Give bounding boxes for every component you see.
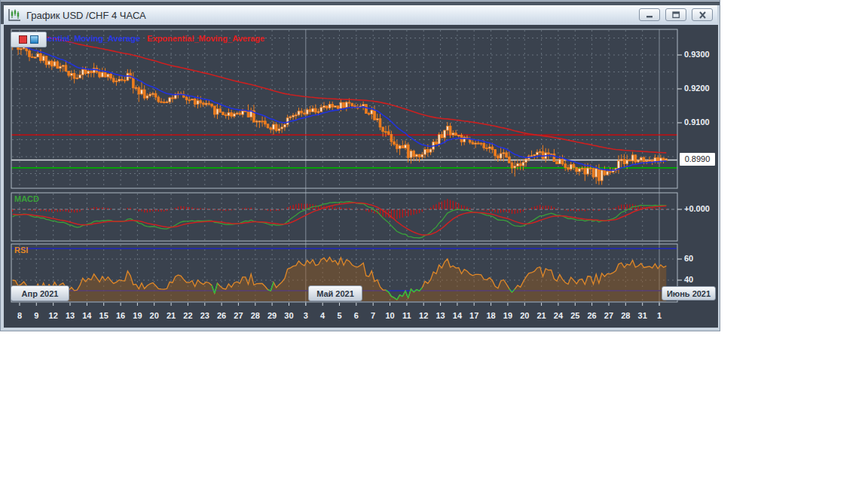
x-axis-date-label: 13 <box>63 311 78 321</box>
rsi-label: RSI <box>14 246 28 255</box>
x-axis-date-label: 16 <box>113 311 128 321</box>
x-axis-date-label: 23 <box>197 311 212 321</box>
x-axis-date-label: 20 <box>147 311 162 321</box>
x-axis-date-label: 1 <box>652 311 667 321</box>
x-axis-date-label: 26 <box>214 311 229 321</box>
legend-ema-slow: Exponential_Moving_Average <box>147 34 264 43</box>
mini-button-red[interactable] <box>19 35 27 44</box>
x-axis-date-label: 30 <box>281 311 296 321</box>
price-axis-label: 0.9300 <box>684 50 718 59</box>
x-axis-date-label: 6 <box>349 311 364 321</box>
month-label-june: Июнь 2021 <box>662 286 716 300</box>
x-axis-date-label: 12 <box>46 311 61 321</box>
price-axis-label: 0.9100 <box>684 117 718 127</box>
mini-button-blue[interactable] <box>30 35 38 44</box>
indicator-mini-buttons <box>11 32 47 47</box>
x-axis-date-label: 14 <box>79 311 94 321</box>
x-axis-date-label: 13 <box>433 311 448 321</box>
x-axis-date-label: 29 <box>264 311 280 321</box>
x-axis-date-label: 18 <box>484 311 499 321</box>
x-axis-date-label: 22 <box>180 311 195 321</box>
x-axis-date-label: 20 <box>517 311 532 321</box>
rsi-axis-label-40: 40 <box>684 275 693 285</box>
x-axis-date-label: 28 <box>618 311 633 321</box>
x-axis-date-label: 4 <box>315 311 330 321</box>
current-price-label: 0.8990 <box>680 153 715 166</box>
desktop: { "window": { "title": "График USD /CHF … <box>0 0 868 488</box>
x-axis-date-label: 21 <box>164 311 179 321</box>
x-axis-date-label: 24 <box>551 311 566 321</box>
chart-window: График USD /CHF 4 ЧАСА Exponential_Movin… <box>0 0 720 331</box>
x-axis-date-label: 15 <box>96 311 112 321</box>
chart-canvas[interactable] <box>1 1 721 332</box>
x-axis-date-label: 19 <box>500 311 515 321</box>
x-axis-date-label: 10 <box>383 311 398 321</box>
x-axis-date-label: 26 <box>585 311 600 321</box>
month-label-april: Апр 2021 <box>11 285 69 301</box>
x-axis-date-label: 3 <box>298 311 313 321</box>
price-axis-label: 0.9200 <box>684 84 718 93</box>
month-label-may: Май 2021 <box>308 285 362 301</box>
x-axis-date-label: 11 <box>399 311 414 321</box>
x-axis-date-label: 21 <box>534 311 549 321</box>
macd-zero-axis-label: +0.000 <box>684 204 710 214</box>
x-axis-date-label: 7 <box>365 311 381 321</box>
x-axis-date-label: 27 <box>601 311 616 321</box>
x-axis-date-label: 25 <box>567 311 582 321</box>
x-axis-date-label: 31 <box>635 311 650 321</box>
x-axis-date-label: 5 <box>332 311 347 321</box>
rsi-axis-label-60: 60 <box>684 254 693 264</box>
x-axis-date-label: 17 <box>466 311 481 321</box>
macd-label: MACD <box>14 194 39 204</box>
x-axis-date-label: 8 <box>12 311 27 321</box>
x-axis-date-label: 19 <box>130 311 145 321</box>
x-axis-date-label: 28 <box>248 311 263 321</box>
x-axis-date-label: 14 <box>450 311 465 321</box>
x-axis-date-label: 9 <box>29 311 44 321</box>
x-axis-date-label: 27 <box>231 311 246 321</box>
x-axis-date-label: 12 <box>416 311 431 321</box>
ma-legend: Exponential_Moving_AverageExponential_Mo… <box>23 34 264 44</box>
